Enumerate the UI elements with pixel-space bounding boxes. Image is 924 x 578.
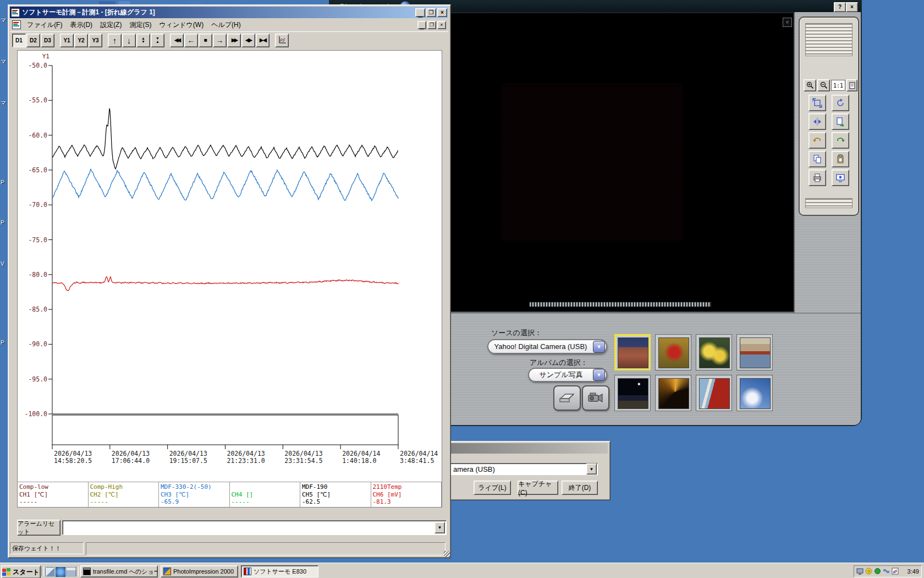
page-arrow-button[interactable] [832,113,849,130]
thumbnail-light-trails[interactable] [655,375,691,411]
tray-network-icon[interactable] [883,568,890,575]
copy-button[interactable] [809,151,826,167]
chevron-down-icon[interactable]: ▼ [435,522,445,533]
desktop-icon-label-fragment: P [1,179,4,186]
toolbar-button-d1[interactable]: D1 [12,34,26,47]
print-button[interactable] [809,170,826,186]
resize-grip[interactable] [444,551,450,557]
camera-select-dropdown[interactable]: amera (USB) ▼ [445,463,598,475]
start-button[interactable]: スタート [1,565,41,578]
toolbar-graph-settings-button[interactable] [275,34,289,47]
toolbar-down-button[interactable]: ↓ [122,34,136,47]
undo-button[interactable] [809,132,826,149]
menu-item-3[interactable]: 測定(S) [125,19,155,31]
tray-alert-icon[interactable]: ? [865,568,873,575]
svg-text:2026/04/13: 2026/04/13 [284,450,322,457]
fit-button[interactable] [809,95,826,111]
zoom-out-button[interactable] [817,79,830,91]
actual-size-button[interactable] [846,79,857,91]
toolbar-expand-h-button[interactable]: ◀▶ [241,34,255,47]
thermo-icon [244,568,251,575]
mirror-button[interactable] [809,113,826,130]
scanner-source-button[interactable] [553,385,581,411]
album-select-value: サンプル写真 [529,370,593,380]
toolbar-button-y2[interactable]: Y2 [74,34,88,47]
toolbar-fast-forward-button[interactable]: ▶▶ [227,34,241,47]
toolbar-collapse-v-button[interactable]: ▼▲ [151,34,164,47]
preview-close-icon[interactable]: × [783,18,792,27]
mdi-restore-button[interactable]: ❐ [427,21,436,29]
zoom-in-icon [806,81,814,89]
svg-text:2026/04/14: 2026/04/14 [342,450,380,457]
thumbnail-red-rock-canyon[interactable] [614,334,651,370]
camera-source-button[interactable] [582,385,609,411]
menu-item-2[interactable]: 設定(Z) [96,19,125,31]
svg-text:-80.0: -80.0 [28,271,47,279]
task-button-3[interactable]: ソフトサーモ E830 [241,565,318,577]
zoom-in-button[interactable] [804,79,816,91]
thumbnail-yellow-flowers[interactable] [696,334,732,370]
live-button[interactable]: ライブ(L) [474,481,511,495]
series-CH5 [52,108,398,169]
toolbar: D1D2D3Y1Y2Y3↑↓▲▼▼▲◀◀←■→▶▶◀▶▶◀ [10,31,448,48]
thumbnail-lighthouse-ship[interactable] [696,375,732,411]
help-button[interactable]: ? [834,2,846,12]
thumbnail-cardinal-bird[interactable] [655,334,691,370]
tray-status-green-icon[interactable] [874,568,882,575]
task-button-1[interactable]: transfile.cmd へのショート... [80,565,158,577]
chevron-down-icon[interactable]: ▼ [593,369,605,381]
dialog-titlebar[interactable] [442,443,608,454]
quick-launch-desktop-icon[interactable] [45,567,55,577]
toolbar-expand-v-button[interactable]: ▲▼ [136,34,150,47]
toolbar-button-y1[interactable]: Y1 [60,34,74,47]
svg-text:21:23:31.0: 21:23:31.0 [227,457,265,465]
window-titlebar[interactable]: ソフトサーモ計測－計測1 - [折れ線グラフ 1] ▁ ❐ × [10,7,448,18]
capture-button[interactable]: キャプチャ(C) [518,481,558,495]
svg-text:-85.0: -85.0 [28,306,47,313]
quick-launch-browser-icon[interactable] [56,567,65,577]
source-select-dropdown[interactable]: Yahoo! Digital Camera (USB) ▼ [487,339,607,354]
task-button-2[interactable]: PhotoImpression 2000 [161,565,238,577]
toolbar-up-button[interactable]: ↑ [108,34,122,47]
alarm-reset-button[interactable]: アラームリセット [17,520,61,536]
toolbar-button-d2[interactable]: D2 [26,34,40,47]
toolbar-button-d3[interactable]: D3 [41,34,54,47]
chevron-down-icon[interactable]: ▼ [586,464,597,475]
paste-button[interactable] [832,151,849,167]
toolbar-button-y3[interactable]: Y3 [89,34,102,47]
legend-cell-ch3: MDF-330-2(-50)CH3 [℃]-65.9 [159,482,230,507]
thumbnail-sky-clouds[interactable] [736,375,773,411]
menu-item-4[interactable]: ウィンドウ(W) [155,19,207,31]
close-button[interactable]: × [437,8,447,17]
tray-display-icon[interactable] [856,568,864,575]
thumbnail-night-city[interactable] [614,375,651,411]
display-button[interactable] [832,170,849,186]
thumbnail-harbor-town[interactable] [736,334,773,370]
taskbar-divider[interactable] [41,566,44,576]
toolbar-stop-button[interactable]: ■ [199,34,212,47]
toolbar-step-back-button[interactable]: ← [184,34,198,47]
taskbar-divider[interactable] [76,566,79,576]
minimize-button[interactable]: ▁ [415,8,425,17]
toolbar-rewind-button[interactable]: ◀◀ [170,34,184,47]
rotate-button[interactable] [832,95,849,111]
mdi-minimize-button[interactable]: ▁ [417,21,426,29]
alarm-message-dropdown[interactable]: ▼ [62,520,447,535]
menu-bar: ファイル(F)表示(D)設定(Z)測定(S)ウィンドウ(W)ヘルプ(H) ▁ ❐… [10,19,448,30]
palette-grip[interactable] [805,198,853,208]
palette-grip[interactable] [805,23,853,56]
chevron-down-icon[interactable]: ▼ [593,341,605,353]
album-select-dropdown[interactable]: サンプル写真 ▼ [528,368,607,382]
restore-button[interactable]: ❐ [426,8,436,17]
toolbar-step-forward-button[interactable]: → [213,34,227,47]
quick-launch-window-icon[interactable] [66,567,76,577]
mdi-close-button[interactable]: × [437,21,446,29]
close-button[interactable]: × [846,2,858,12]
menu-item-1[interactable]: 表示(D) [66,19,96,31]
exit-button[interactable]: 終了(D) [562,481,598,495]
redo-button[interactable] [832,132,849,149]
toolbar-collapse-h-button[interactable]: ▶◀ [256,34,270,47]
menu-item-5[interactable]: ヘルプ(H) [207,19,245,31]
menu-item-0[interactable]: ファイル(F) [23,19,66,31]
tray-app-icon[interactable] [892,568,899,575]
